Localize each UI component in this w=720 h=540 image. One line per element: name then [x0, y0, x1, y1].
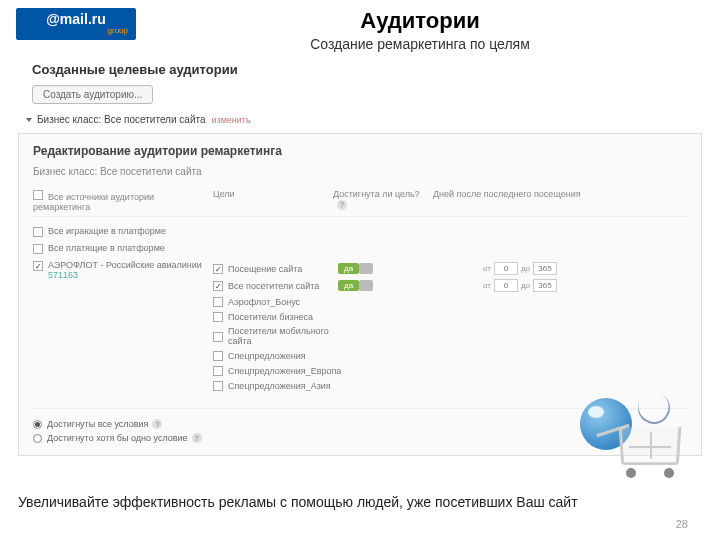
row-id: 571163: [48, 270, 78, 280]
cart-wheel-icon: [664, 468, 674, 478]
col-achieved: Достигнута ли цель?: [333, 189, 420, 199]
col-days: Дней после последнего посещения: [433, 189, 687, 212]
goal-label: Спецпредложения: [228, 351, 338, 361]
section-title: Созданные целевые аудитории: [0, 54, 720, 83]
source-row: Все играющие в платформе: [33, 223, 687, 240]
goal-label: Посетители бизнеса: [228, 312, 338, 322]
to-label: до: [521, 281, 530, 290]
cart-wheel-icon: [626, 468, 636, 478]
audience-item[interactable]: Бизнес класс: Все посетители сайта измен…: [0, 112, 720, 127]
cart-icon: [619, 427, 682, 465]
row-label: АЭРОФЛОТ - Российские авиалинии: [48, 260, 202, 270]
page-number: 28: [676, 518, 688, 530]
goal-badge[interactable]: да: [338, 280, 359, 291]
goal-checkbox[interactable]: [213, 366, 223, 376]
audience-name: Бизнес класс: Все посетители сайта: [37, 114, 206, 125]
caret-down-icon: [26, 118, 32, 122]
cable-icon: [632, 386, 676, 430]
col-goals: Цели: [213, 189, 333, 212]
checkbox[interactable]: [33, 244, 43, 254]
from-label: от: [483, 281, 491, 290]
from-input[interactable]: 0: [494, 279, 518, 292]
to-input[interactable]: 365: [533, 279, 557, 292]
source-row-aeroflot: АЭРОФЛОТ - Российские авиалинии 571163 П…: [33, 257, 687, 396]
help-icon[interactable]: ?: [152, 419, 162, 429]
goal-checkbox[interactable]: [213, 351, 223, 361]
goal-label: Все посетители сайта: [228, 281, 338, 291]
logo-subtext: group: [108, 27, 128, 36]
goal-checkbox[interactable]: [213, 312, 223, 322]
goal-badge[interactable]: да: [338, 263, 359, 274]
goal-checkbox[interactable]: [213, 297, 223, 307]
checkbox[interactable]: [33, 227, 43, 237]
source-row: Все платящие в платформе: [33, 240, 687, 257]
page-subtitle: Создание ремаркетинга по целям: [136, 36, 704, 52]
col-sources: Все источники аудитории ремаркетинга: [33, 192, 154, 212]
help-icon[interactable]: ?: [337, 200, 347, 210]
from-label: от: [483, 264, 491, 273]
radio-checked[interactable]: [33, 420, 42, 429]
condition-label: Достигнуты все условия: [47, 419, 148, 429]
decorative-illustration: [580, 390, 680, 480]
row-label: Все платящие в платформе: [48, 243, 213, 253]
goal-checkbox[interactable]: [213, 264, 223, 274]
goal-label: Посещение сайта: [228, 264, 338, 274]
panel-title: Редактирование аудитории ремаркетинга: [33, 144, 687, 158]
logo-text: @mail.ru: [46, 12, 106, 27]
audience-edit-link[interactable]: изменить: [212, 115, 251, 125]
goal-label: Аэрофлот_Бонус: [228, 297, 338, 307]
condition-label: Достигнуто хотя бы одно условие: [47, 433, 188, 443]
to-label: до: [521, 264, 530, 273]
radio[interactable]: [33, 434, 42, 443]
page-title: Аудитории: [136, 8, 704, 34]
row-label: Все играющие в платформе: [48, 226, 213, 236]
checkbox-checked[interactable]: [33, 261, 43, 271]
column-headers: Все источники аудитории ремаркетинга Цел…: [33, 189, 687, 217]
help-icon[interactable]: ?: [192, 433, 202, 443]
from-input[interactable]: 0: [494, 262, 518, 275]
goal-badge-toggle[interactable]: [359, 263, 373, 274]
to-input[interactable]: 365: [533, 262, 557, 275]
footer-text: Увеличивайте эффективность рекламы с пом…: [18, 494, 702, 510]
goal-checkbox[interactable]: [213, 332, 223, 342]
create-audience-button[interactable]: Создать аудиторию...: [32, 85, 153, 104]
goal-label: Спецпредложения_Европа: [228, 366, 338, 376]
brand-logo: @mail.ru group: [16, 8, 136, 40]
goal-checkbox[interactable]: [213, 281, 223, 291]
checkbox-all[interactable]: [33, 190, 43, 200]
goal-badge-toggle[interactable]: [359, 280, 373, 291]
goal-checkbox[interactable]: [213, 381, 223, 391]
goal-label: Посетители мобильного сайта: [228, 326, 338, 346]
panel-subtitle: Бизнес класс: Все посетители сайта: [33, 166, 687, 177]
goal-label: Спецпредложения_Азия: [228, 381, 338, 391]
